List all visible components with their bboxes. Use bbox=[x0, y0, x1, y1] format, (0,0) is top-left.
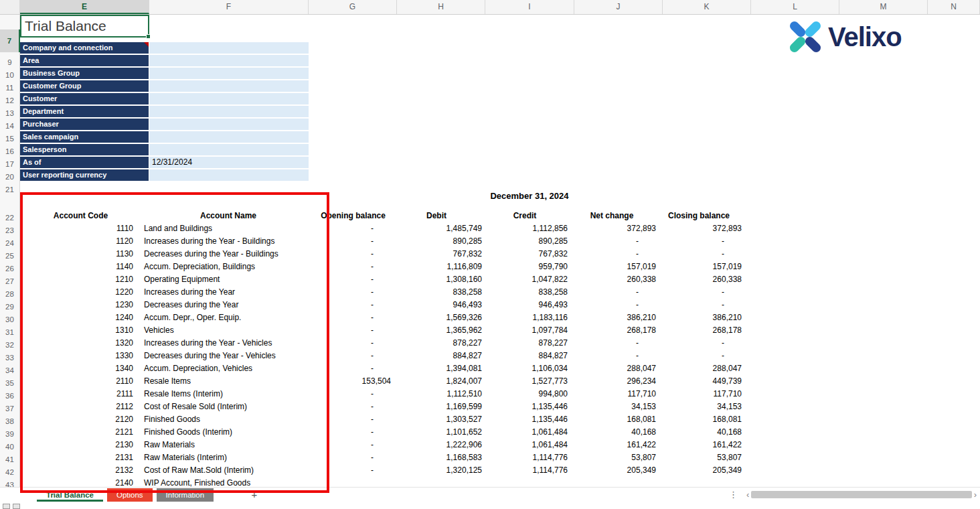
row-header-23[interactable]: 23 bbox=[0, 224, 19, 237]
sheet-tab-options[interactable]: Options bbox=[107, 488, 153, 502]
column-header-h[interactable]: H bbox=[397, 0, 485, 14]
cell-credit[interactable]: 946,493 bbox=[482, 299, 568, 311]
row-header-39[interactable]: 39 bbox=[0, 428, 19, 441]
cell-closing-balance[interactable]: 288,047 bbox=[656, 362, 742, 375]
row-header-42[interactable]: 42 bbox=[0, 466, 19, 479]
cell-credit[interactable]: 884,827 bbox=[482, 350, 568, 362]
sheet-tab-information[interactable]: Information bbox=[157, 488, 214, 502]
cell-account-code[interactable]: 1320 bbox=[20, 337, 141, 350]
column-header-n[interactable]: N bbox=[928, 0, 980, 14]
cell-opening-balance[interactable]: - bbox=[315, 413, 391, 426]
cell-credit[interactable]: 1,135,446 bbox=[482, 413, 568, 426]
row-header-20[interactable]: 20 bbox=[0, 171, 19, 184]
parameter-label-company-and-connection[interactable]: Company and connection bbox=[20, 42, 149, 54]
cell-opening-balance[interactable]: - bbox=[315, 222, 391, 235]
cell-net-change[interactable]: - bbox=[568, 350, 656, 362]
parameter-value-as-of[interactable]: 12/31/2024 bbox=[149, 157, 309, 168]
parameter-label-business-group[interactable]: Business Group bbox=[20, 68, 149, 79]
row-header-33[interactable]: 33 bbox=[0, 352, 19, 364]
cell-opening-balance[interactable]: - bbox=[315, 324, 391, 337]
cell-debit[interactable]: 890,285 bbox=[391, 235, 482, 248]
row-header-24[interactable]: 24 bbox=[0, 237, 19, 250]
cell-credit[interactable]: 1,183,116 bbox=[482, 311, 568, 324]
row-header-13[interactable]: 13 bbox=[0, 107, 19, 120]
cell-opening-balance[interactable]: - bbox=[315, 426, 391, 439]
cell-opening-balance[interactable]: - bbox=[315, 248, 391, 261]
cell-credit[interactable]: 767,832 bbox=[482, 248, 568, 261]
cell-opening-balance[interactable]: - bbox=[315, 451, 391, 464]
cell-credit[interactable]: 959,790 bbox=[482, 261, 568, 273]
cell-account-code[interactable]: 2131 bbox=[20, 451, 141, 464]
cell-debit[interactable]: 1,116,809 bbox=[391, 261, 482, 273]
parameter-value-user-reporting-currency[interactable] bbox=[149, 169, 309, 181]
cell-account-code[interactable]: 2110 bbox=[20, 375, 141, 388]
row-header-7[interactable]: 7 bbox=[0, 29, 20, 52]
cell-debit[interactable]: 1,320,125 bbox=[391, 464, 482, 477]
cell-credit[interactable]: 1,114,776 bbox=[482, 464, 568, 477]
cell-net-change[interactable]: 53,807 bbox=[568, 451, 656, 464]
cell-account-code[interactable]: 2112 bbox=[20, 401, 141, 413]
parameter-value-salesperson[interactable] bbox=[149, 144, 309, 155]
cell-opening-balance[interactable]: - bbox=[315, 286, 391, 299]
row-header-25[interactable]: 25 bbox=[0, 250, 19, 263]
cell-opening-balance[interactable]: - bbox=[315, 261, 391, 273]
cell-closing-balance[interactable]: 40,168 bbox=[656, 426, 742, 439]
row-header-36[interactable]: 36 bbox=[0, 390, 19, 403]
parameter-value-purchaser[interactable] bbox=[149, 119, 309, 130]
cell-account-name[interactable]: Accum. Depreciation, Vehicles bbox=[141, 362, 315, 375]
row-header-30[interactable]: 30 bbox=[0, 313, 19, 326]
cell-account-name[interactable]: Decreases during the Year - Vehicles bbox=[141, 350, 315, 362]
row-header-31[interactable]: 31 bbox=[0, 326, 19, 339]
cell-account-name[interactable]: Land and Buildings bbox=[141, 222, 315, 235]
cell-account-name[interactable]: Increases during the Year - Buildings bbox=[141, 235, 315, 248]
cell-closing-balance[interactable]: - bbox=[656, 235, 742, 248]
cell-closing-balance[interactable]: 372,893 bbox=[656, 222, 742, 235]
cell-closing-balance[interactable]: 53,807 bbox=[656, 451, 742, 464]
row-header-29[interactable]: 29 bbox=[0, 301, 19, 313]
row-header-37[interactable]: 37 bbox=[0, 403, 19, 415]
cell-account-code[interactable]: 1340 bbox=[20, 362, 141, 375]
row-header-38[interactable]: 38 bbox=[0, 415, 19, 428]
cell-opening-balance[interactable]: - bbox=[315, 273, 391, 286]
cell-account-name[interactable]: Increases during the Year bbox=[141, 286, 315, 299]
row-header-26[interactable]: 26 bbox=[0, 263, 19, 275]
cell-net-change[interactable]: 288,047 bbox=[568, 362, 656, 375]
cell-debit[interactable]: 1,308,160 bbox=[391, 273, 482, 286]
parameter-label-area[interactable]: Area bbox=[20, 55, 149, 66]
cell-net-change[interactable]: 260,338 bbox=[568, 273, 656, 286]
cell-account-code[interactable]: 2130 bbox=[20, 439, 141, 451]
more-options-icon[interactable]: ⋮ bbox=[729, 488, 738, 502]
cell-opening-balance[interactable]: - bbox=[315, 350, 391, 362]
cell-net-change[interactable]: - bbox=[568, 248, 656, 261]
cell-credit[interactable]: 994,800 bbox=[482, 388, 568, 401]
cell-account-code[interactable]: 2111 bbox=[20, 388, 141, 401]
parameter-value-sales-campaign[interactable] bbox=[149, 131, 309, 143]
cell-account-code[interactable]: 1130 bbox=[20, 248, 141, 261]
row-header-21[interactable]: 21 bbox=[0, 184, 19, 196]
cell-credit[interactable]: 1,097,784 bbox=[482, 324, 568, 337]
cell-net-change[interactable]: - bbox=[568, 235, 656, 248]
cell-debit[interactable]: 767,832 bbox=[391, 248, 482, 261]
parameter-value-customer-group[interactable] bbox=[149, 80, 309, 92]
cell-closing-balance[interactable]: - bbox=[656, 286, 742, 299]
cell-net-change[interactable]: 34,153 bbox=[568, 401, 656, 413]
cell-closing-balance[interactable]: - bbox=[656, 337, 742, 350]
cell-account-code[interactable]: 1210 bbox=[20, 273, 141, 286]
cell-account-name[interactable]: Vehicles bbox=[141, 324, 315, 337]
parameter-value-area[interactable] bbox=[149, 55, 309, 66]
cell-opening-balance[interactable]: 153,504 bbox=[315, 375, 391, 388]
cell-debit[interactable]: 1,169,599 bbox=[391, 401, 482, 413]
row-header-28[interactable]: 28 bbox=[0, 288, 19, 301]
parameter-value-business-group[interactable] bbox=[149, 68, 309, 79]
cell-net-change[interactable]: 205,349 bbox=[568, 464, 656, 477]
cell-opening-balance[interactable]: - bbox=[315, 401, 391, 413]
cell-closing-balance[interactable]: - bbox=[656, 299, 742, 311]
cell-account-name[interactable]: Accum. Depr., Oper. Equip. bbox=[141, 311, 315, 324]
cell-opening-balance[interactable]: - bbox=[315, 362, 391, 375]
cell-account-name[interactable]: Decreases during the Year bbox=[141, 299, 315, 311]
cell-opening-balance[interactable]: - bbox=[315, 337, 391, 350]
parameter-label-salesperson[interactable]: Salesperson bbox=[20, 144, 149, 155]
column-header-i[interactable]: I bbox=[485, 0, 574, 14]
cell-closing-balance[interactable]: 260,338 bbox=[656, 273, 742, 286]
cell-account-code[interactable]: 1140 bbox=[20, 261, 141, 273]
